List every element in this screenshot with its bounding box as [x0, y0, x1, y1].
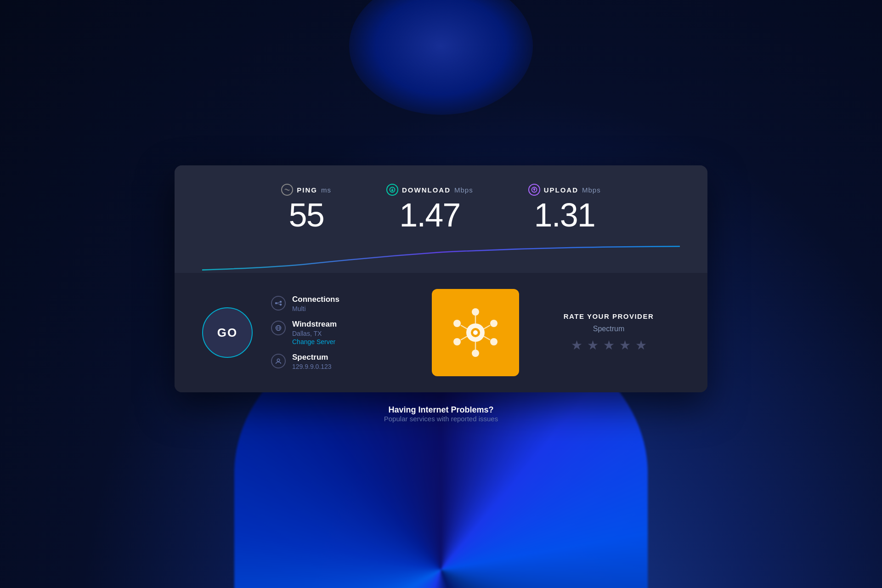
download-label: DOWNLOAD: [402, 186, 451, 194]
ping-icon: [281, 184, 293, 196]
ping-unit: ms: [321, 186, 331, 194]
banner-subtitle: Popular services with reported issues: [175, 415, 707, 423]
svg-point-13: [473, 330, 478, 335]
server-icon: [271, 321, 286, 335]
star-5[interactable]: ★: [635, 338, 647, 353]
wallpaper-top-glow: [349, 0, 533, 115]
svg-point-4: [280, 304, 282, 305]
star-4[interactable]: ★: [619, 338, 631, 353]
star-1[interactable]: ★: [571, 338, 582, 353]
star-3[interactable]: ★: [603, 338, 615, 353]
upload-stat: UPLOAD Mbps 1.31: [528, 184, 601, 232]
server-text: Windstream Dallas, TX Change Server: [292, 320, 337, 345]
stats-row: PING ms 55 DOWNLOAD: [202, 184, 680, 232]
rate-provider: Spectrum: [593, 325, 624, 333]
svg-point-10: [277, 359, 280, 362]
svg-point-15: [490, 320, 498, 327]
svg-line-24: [461, 336, 467, 340]
ping-value: 55: [281, 198, 331, 232]
connections-icon: [271, 296, 286, 311]
client-icon: [271, 354, 286, 368]
bottom-section: GO Connection: [175, 273, 707, 392]
svg-line-22: [484, 336, 490, 340]
bottom-banner: Having Internet Problems? Popular servic…: [175, 405, 707, 423]
connections-row: Connections Multi: [271, 295, 413, 312]
download-stat: DOWNLOAD Mbps 1.47: [386, 184, 473, 232]
download-unit: Mbps: [454, 186, 473, 194]
client-row: Spectrum 129.9.9.0.123: [271, 353, 413, 370]
server-row: Windstream Dallas, TX Change Server: [271, 320, 413, 345]
svg-point-16: [490, 338, 498, 345]
connections-value: Multi: [292, 305, 339, 312]
server-label: Windstream: [292, 320, 337, 329]
speed-graph: [202, 245, 680, 273]
rate-title: RATE YOUR PROVIDER: [564, 312, 654, 320]
banner-title: Having Internet Problems?: [175, 405, 707, 415]
server-location: Dallas, TX: [292, 330, 337, 337]
svg-line-25: [461, 325, 467, 329]
rating-panel: RATE YOUR PROVIDER Spectrum ★ ★ ★ ★ ★: [537, 312, 680, 353]
connections-label: Connections: [292, 295, 339, 304]
ping-label-row: PING ms: [281, 184, 331, 196]
svg-point-2: [276, 303, 277, 304]
upload-label-row: UPLOAD Mbps: [528, 184, 601, 196]
client-label: Spectrum: [292, 353, 332, 362]
upload-icon: [528, 184, 540, 196]
svg-point-19: [453, 320, 461, 327]
logo-panel[interactable]: [432, 289, 519, 376]
upload-unit: Mbps: [582, 186, 601, 194]
upload-label: UPLOAD: [544, 186, 578, 194]
avast-logo: [448, 305, 503, 360]
svg-point-14: [472, 308, 479, 316]
upload-value: 1.31: [528, 198, 601, 232]
go-button[interactable]: GO: [202, 307, 253, 358]
star-2[interactable]: ★: [587, 338, 599, 353]
client-text: Spectrum 129.9.9.0.123: [292, 353, 332, 370]
download-label-row: DOWNLOAD Mbps: [386, 184, 473, 196]
svg-point-3: [280, 301, 282, 303]
ping-label: PING: [297, 186, 317, 194]
download-icon: [386, 184, 398, 196]
svg-point-17: [472, 350, 479, 357]
go-button-label: GO: [217, 326, 237, 340]
connections-text: Connections Multi: [292, 295, 339, 312]
speedtest-window: PING ms 55 DOWNLOAD: [175, 165, 707, 392]
stats-section: PING ms 55 DOWNLOAD: [175, 165, 707, 273]
client-ip: 129.9.9.0.123: [292, 363, 332, 370]
download-value: 1.47: [386, 198, 473, 232]
svg-line-5: [277, 302, 280, 303]
info-panel: Connections Multi Windstream: [271, 295, 413, 370]
stars-row: ★ ★ ★ ★ ★: [571, 338, 647, 353]
svg-line-21: [484, 325, 490, 329]
change-server-link[interactable]: Change Server: [292, 338, 337, 345]
svg-line-6: [277, 304, 280, 305]
ping-stat: PING ms 55: [281, 184, 331, 232]
svg-point-18: [453, 338, 461, 345]
